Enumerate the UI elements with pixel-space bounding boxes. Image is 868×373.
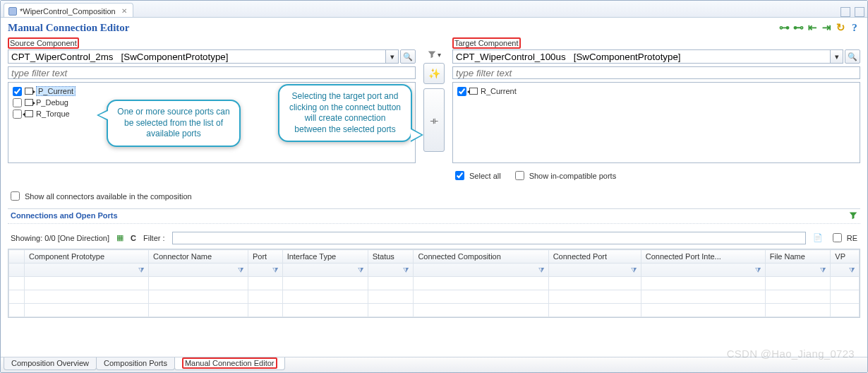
show-all-connectors-row: Show all connectors available in the com… [8,188,860,204]
composition-icon [8,7,17,16]
column-filter[interactable]: ⧩ [765,264,831,277]
bottom-tabs: Composition OverviewComposition PortsMan… [1,357,867,372]
callout-source: One or more source ports can be selected… [107,100,241,147]
table-cell [831,290,860,304]
maximize-button[interactable] [855,7,864,17]
table-cell [282,290,368,304]
group-title: Connections and Open Ports [11,211,118,221]
column-filter[interactable]: ⧩ [148,264,248,277]
table-cell [765,290,831,304]
chevron-down-icon[interactable]: ▾ [386,49,399,64]
help-icon[interactable]: ? [849,22,860,33]
bottom-tab[interactable]: Manual Connection Editor [174,357,285,370]
list-filter-input[interactable] [172,232,806,244]
table-cell [831,277,860,290]
reload-icon[interactable]: C [131,234,136,242]
refresh-icon[interactable]: ↻ [835,22,846,33]
target-filter-input[interactable] [452,66,860,79]
column-filter[interactable]: ⧩ [641,264,765,277]
table-cell [414,304,548,317]
port-checkbox[interactable] [457,87,466,96]
chevron-down-icon[interactable]: ▾ [831,49,843,64]
bottom-tab[interactable]: Composition Overview [4,357,97,370]
select-all-checkbox[interactable]: Select all [452,167,501,184]
target-component-field[interactable] [452,49,831,64]
table-cell [548,277,641,290]
connections-table[interactable]: Component PrototypeConnector NamePortInt… [8,249,860,318]
minimize-button[interactable] [840,7,850,17]
collapse-icon[interactable]: ⇤ [807,22,818,33]
wand-button[interactable]: ✨ [423,63,445,84]
port-name: R_Torque [36,109,70,118]
filter-label: Filter : [143,234,165,242]
showing-label: Showing: 0/0 [One Direction] [11,234,109,242]
target-label: Target Component [452,37,521,49]
column-header[interactable]: Port [248,250,282,264]
table-cell [248,277,282,290]
require-port-icon [469,88,478,95]
table-cell [548,290,641,304]
search-icon[interactable]: 🔍 [400,49,416,64]
close-icon[interactable]: ✕ [121,7,127,15]
table-cell [148,290,248,304]
table-cell [765,277,831,290]
funnel-icon[interactable]: ▾ [428,50,441,59]
column-filter[interactable]: ⧩ [368,264,414,277]
app-window: *WiperControl_Composition ✕ Manual Conne… [0,0,868,373]
show-all-connectors-checkbox[interactable]: Show all connectors available in the com… [8,188,860,204]
search-icon[interactable]: 🔍 [845,49,860,64]
table-cell [765,304,831,317]
editor-tab[interactable]: *WiperControl_Composition ✕ [4,3,133,17]
funnel-icon[interactable] [849,211,857,221]
port-checkbox[interactable] [13,87,22,96]
port-checkbox[interactable] [13,109,22,119]
expand-icon[interactable]: ⇥ [821,22,832,33]
column-filter[interactable]: ⧩ [25,264,149,277]
column-filter[interactable]: ⧩ [414,264,548,277]
table-cell [368,304,414,317]
target-options: Select all Show in-compatible ports [452,167,860,184]
table-cell [414,277,548,290]
sheet-icon[interactable]: 📄 [813,233,823,242]
column-filter[interactable]: ⧩ [282,264,368,277]
column-header[interactable]: Status [368,250,414,264]
table-cell [368,277,414,290]
column-header[interactable]: Interface Type [282,250,368,264]
port-item[interactable]: R_Current [457,85,855,97]
source-component-field[interactable] [8,49,386,64]
connect-icon[interactable]: ⊶ [778,22,790,33]
bottom-tab[interactable]: Composition Ports [96,357,175,370]
column-filter[interactable]: ⧩ [831,264,860,277]
connect-button[interactable]: ⟛ [423,88,445,152]
target-port-tree[interactable]: R_Current [452,82,860,163]
disconnect-icon[interactable]: ⊷ [792,22,804,33]
column-header[interactable]: Connector Name [148,250,248,264]
mid-tool-column: ▾ ✨ ⟛ [420,37,448,184]
column-header[interactable]: Connected Port Inte... [641,250,765,264]
column-header[interactable]: File Name [765,250,831,264]
callout-connect: Selecting the target port and clicking o… [278,84,412,142]
provide-port-icon [25,99,33,106]
table-cell [548,304,641,317]
require-port-icon [25,110,33,117]
port-checkbox[interactable] [13,98,22,107]
table-cell [641,290,765,304]
show-incompatible-checkbox[interactable]: Show in-compatible ports [512,167,617,184]
table-cell [282,304,368,317]
column-header[interactable]: VP [831,250,860,264]
re-checkbox[interactable]: RE [830,230,857,246]
header-toolbar: ⊶ ⊷ ⇤ ⇥ ↻ ? [778,22,860,33]
page-title: Manual Connection Editor [8,22,130,34]
column-filter[interactable]: ⧩ [248,264,282,277]
source-filter-input[interactable] [8,66,416,79]
table-cell [25,304,149,317]
column-header[interactable]: Connected Composition [414,250,548,264]
provide-port-icon [25,88,33,95]
column-header[interactable]: Component Prototype [25,250,149,264]
table-cell [282,277,368,290]
column-filter[interactable]: ⧩ [548,264,641,277]
column-header[interactable]: Connected Port [548,250,641,264]
table-cell [248,290,282,304]
port-name: P_Debug [36,98,68,107]
export-icon[interactable]: ▦ [116,233,123,242]
